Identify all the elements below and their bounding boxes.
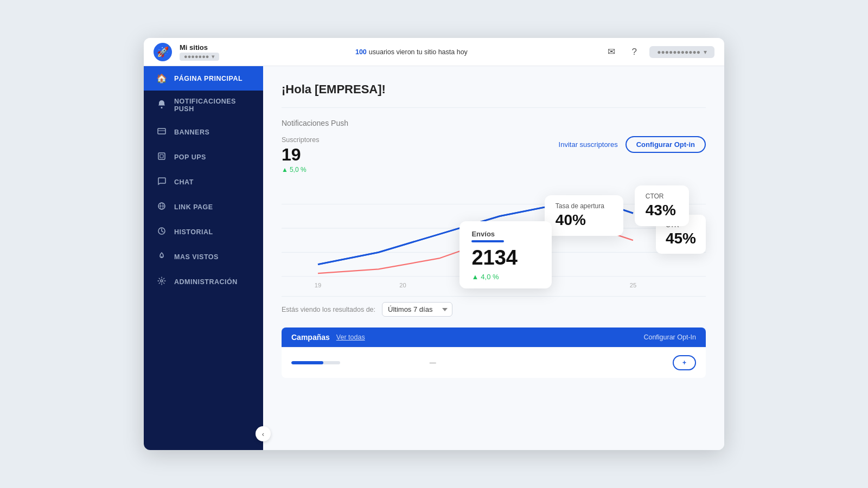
trend-up-icon: ▲ — [282, 166, 288, 174]
sidebar-item-label: LINK PAGE — [174, 203, 213, 211]
svg-text:25: 25 — [630, 282, 636, 288]
notification-icon — [156, 100, 168, 111]
sidebar-item-label: PÁGINA PRINCIPAL — [174, 75, 242, 82]
visitors-count: 100 — [355, 48, 367, 56]
apertura-card: Tasa de apertura 40% — [545, 195, 623, 236]
ctr-value: 45% — [666, 230, 696, 247]
progress-fill — [291, 361, 323, 364]
visitors-text: usuarios vieron tu sitio hasta hoy — [369, 48, 468, 56]
sidebar-item-administracion[interactable]: ADMINISTRACIÓN — [144, 269, 263, 294]
svg-rect-4 — [160, 155, 163, 158]
ctor-label: CTOR — [646, 192, 678, 200]
chat-icon — [156, 177, 168, 188]
campaign-value-col: — — [430, 359, 558, 367]
sidebar-item-banners[interactable]: BANNERS — [144, 120, 263, 145]
sidebar-item-notificaciones-push[interactable]: NOTIFICACIONES PUSH — [144, 91, 263, 120]
settings-icon — [156, 277, 168, 287]
filter-bar: Estás viendo los resultados de: Últimos … — [282, 296, 706, 322]
site-selector[interactable]: Mi sitios ●●●●●●● ▾ — [180, 43, 219, 61]
sidebar-item-link-page[interactable]: LINK PAGE — [144, 195, 263, 220]
globe-icon — [156, 202, 168, 213]
sidebar-item-pop-ups[interactable]: POP UPS — [144, 145, 263, 170]
svg-rect-3 — [158, 153, 165, 159]
chevron-down-icon: ▾ — [212, 53, 215, 60]
filter-select[interactable]: Últimos 7 días Últimos 30 días Últimos 9… — [382, 302, 452, 317]
campaign-name-col — [291, 361, 420, 364]
stats-actions: Invitar suscriptores Configurar Opt-in — [559, 136, 706, 153]
subscribers-value: 19 — [282, 146, 319, 163]
campaign-action-btn[interactable]: + — [673, 355, 696, 370]
email-icon[interactable]: ✉ — [604, 44, 619, 60]
campaign-action-col: + — [567, 355, 696, 370]
sidebar-item-label: CHAT — [174, 178, 194, 186]
subscribers-trend: ▲ 5,0 % — [282, 166, 319, 174]
sidebar-item-label: ADMINISTRACIÓN — [174, 278, 238, 286]
site-name: Mi sitios — [180, 43, 219, 52]
home-icon: 🏠 — [156, 73, 168, 84]
campaigns-table-row: — + — [282, 347, 706, 378]
chevron-down-icon: ▾ — [704, 48, 707, 56]
sidebar-collapse-btn[interactable]: ‹ — [256, 426, 271, 441]
configure-optin-button[interactable]: Configurar Opt-in — [626, 136, 706, 153]
sidebar-item-label: NOTIFICACIONES PUSH — [174, 98, 251, 113]
topbar: 🚀 Mi sitios ●●●●●●● ▾ 100 usuarios viero… — [144, 38, 724, 66]
browser-window: 🚀 Mi sitios ●●●●●●● ▾ 100 usuarios viero… — [144, 38, 724, 450]
sidebar-item-pagina-principal[interactable]: 🏠 PÁGINA PRINCIPAL — [144, 66, 263, 91]
history-icon — [156, 227, 168, 237]
page-greeting: ¡Hola [EMPRESA]! — [282, 82, 706, 97]
envios-card: Envíos 2134 ▲ 4,0 % — [459, 221, 552, 288]
svg-rect-1 — [158, 129, 165, 134]
campaign-stat: — — [430, 359, 436, 367]
subscribers-label: Suscriptores — [282, 136, 319, 144]
section-label: Notificaciones Push — [282, 119, 706, 127]
svg-text:ago.: ago. — [312, 288, 324, 288]
campaigns-bar: Campañas Ver todas Configurar Opt-In — [282, 328, 706, 347]
envios-value: 2134 — [471, 247, 540, 269]
divider — [282, 107, 706, 108]
sidebar-item-historial[interactable]: HISTORIAL — [144, 220, 263, 245]
stats-header: Suscriptores 19 ▲ 5,0 % Invitar suscript… — [282, 136, 706, 174]
app-logo: 🚀 — [154, 43, 172, 61]
configurar-optin-link[interactable]: Configurar Opt-In — [643, 333, 696, 341]
content-area: ¡Hola [EMPRESA]! Notificaciones Push Sus… — [263, 66, 724, 450]
sidebar-item-chat[interactable]: CHAT — [144, 170, 263, 195]
svg-point-0 — [161, 107, 163, 108]
topbar-actions: ✉ ? ●●●●●●●●●●● ▾ — [604, 44, 714, 60]
campaigns-label: Campañas — [291, 333, 330, 342]
banner-icon — [156, 127, 168, 138]
fire-icon — [156, 252, 168, 262]
envios-bar — [471, 240, 504, 242]
main-layout: 🏠 PÁGINA PRINCIPAL NOTIFICACIONES PUSH — [144, 66, 724, 450]
subscribers-stat: Suscriptores 19 ▲ 5,0 % — [282, 136, 319, 174]
sidebar-item-mas-vistos[interactable]: MAS VISTOS — [144, 245, 263, 269]
chart-container: 19 ago. 20 21 25 Envíos 2134 ▲ 4,0 % — [282, 180, 706, 288]
filter-label: Estás viendo los resultados de: — [282, 306, 375, 313]
apertura-label: Tasa de apertura — [556, 202, 612, 210]
popup-icon — [156, 152, 168, 163]
user-menu[interactable]: ●●●●●●●●●●● ▾ — [649, 46, 714, 58]
sidebar-item-label: POP UPS — [174, 153, 206, 161]
sidebar-item-label: HISTORIAL — [174, 228, 213, 236]
svg-text:20: 20 — [399, 282, 406, 288]
visitors-info: 100 usuarios vieron tu sitio hasta hoy — [227, 48, 597, 56]
ctor-card: CTOR 43% — [635, 185, 689, 226]
rocket-icon: 🚀 — [157, 46, 169, 58]
progress-bar — [291, 361, 340, 364]
trend-up-icon: ▲ — [471, 273, 478, 281]
site-url: ●●●●●●● ▾ — [180, 53, 219, 61]
help-icon[interactable]: ? — [627, 44, 642, 60]
apertura-value: 40% — [556, 211, 612, 229]
sidebar-item-label: MAS VISTOS — [174, 253, 219, 261]
invite-subscribers-button[interactable]: Invitar suscriptores — [559, 140, 618, 149]
envios-label: Envíos — [471, 230, 540, 238]
sidebar: 🏠 PÁGINA PRINCIPAL NOTIFICACIONES PUSH — [144, 66, 263, 450]
svg-point-9 — [161, 280, 163, 282]
ctor-value: 43% — [646, 202, 678, 219]
ver-todas-link[interactable]: Ver todas — [336, 333, 365, 341]
envios-trend: ▲ 4,0 % — [471, 273, 540, 281]
sidebar-item-label: BANNERS — [174, 129, 209, 136]
